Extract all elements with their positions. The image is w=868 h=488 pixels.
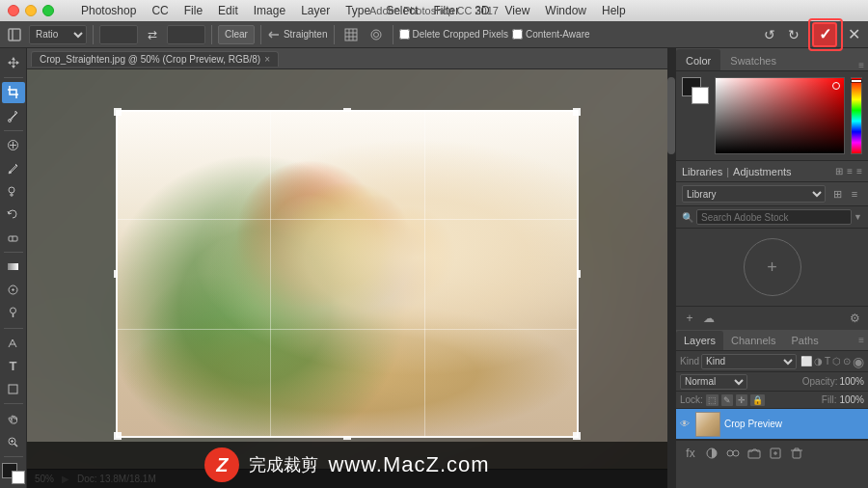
- library-settings-btn[interactable]: ⚙: [847, 311, 862, 326]
- library-select[interactable]: Library: [682, 185, 826, 203]
- library-list-view[interactable]: ≡: [847, 186, 862, 202]
- scrollbar-thumb[interactable]: [667, 77, 675, 154]
- lock-pixels-icon[interactable]: ✎: [721, 394, 733, 406]
- filter-text-icon[interactable]: T: [825, 356, 830, 366]
- menu-view[interactable]: View: [498, 2, 538, 19]
- library-search-input[interactable]: [696, 209, 852, 225]
- new-adjustment-button[interactable]: [724, 445, 742, 462]
- menu-photoshop[interactable]: Photoshop: [73, 2, 144, 19]
- menu-image[interactable]: Image: [246, 2, 293, 19]
- fg-bg-color-swatch[interactable]: [2, 463, 25, 484]
- tool-heal[interactable]: [2, 135, 25, 156]
- kind-select[interactable]: Kind: [701, 354, 797, 369]
- redo-icon[interactable]: ↻: [783, 24, 804, 45]
- tab-paths[interactable]: Paths: [784, 331, 827, 350]
- tool-blur[interactable]: [2, 280, 25, 301]
- crop-handle-br[interactable]: [573, 432, 581, 440]
- libraries-grid-icon[interactable]: ⊞: [835, 166, 843, 176]
- tool-zoom[interactable]: [2, 431, 25, 452]
- blend-mode-select[interactable]: Normal: [680, 374, 747, 390]
- tool-brush[interactable]: [2, 157, 25, 178]
- color-panel-expand[interactable]: ≡: [854, 60, 868, 70]
- commit-crop-button[interactable]: ✓: [812, 22, 837, 47]
- crop-handle-left[interactable]: [114, 270, 118, 278]
- canvas-area[interactable]: Crop_Straighten.jpg @ 50% (Crop Preview,…: [27, 48, 667, 488]
- color-gradient-picker[interactable]: [715, 77, 845, 154]
- maximize-button[interactable]: [42, 5, 54, 16]
- crop-handle-bottom[interactable]: [343, 436, 351, 440]
- content-aware-checkbox[interactable]: [512, 29, 523, 40]
- tool-shape[interactable]: [2, 378, 25, 399]
- add-fx-button[interactable]: fx: [682, 445, 699, 462]
- tool-eraser[interactable]: [2, 227, 25, 248]
- new-group-button[interactable]: [746, 445, 763, 462]
- menu-layer[interactable]: Layer: [293, 2, 338, 19]
- filter-toggle[interactable]: ◉: [853, 354, 864, 369]
- crop-handle-bl[interactable]: [114, 432, 122, 440]
- tab-channels[interactable]: Channels: [723, 331, 783, 350]
- width-input[interactable]: [99, 25, 138, 44]
- lock-position-icon[interactable]: ✛: [736, 394, 747, 406]
- tab-color[interactable]: Color: [676, 49, 720, 70]
- crop-handle-right[interactable]: [577, 270, 581, 278]
- undo-icon[interactable]: ↺: [759, 24, 780, 45]
- clear-button[interactable]: Clear: [218, 25, 255, 44]
- grid-settings-icon[interactable]: [366, 24, 387, 45]
- file-tab[interactable]: Crop_Straighten.jpg @ 50% (Crop Preview,…: [31, 51, 279, 67]
- tool-hand[interactable]: [2, 408, 25, 429]
- library-add-btn[interactable]: +: [682, 311, 697, 326]
- add-mask-button[interactable]: [703, 445, 720, 462]
- menu-edit[interactable]: Edit: [210, 2, 246, 19]
- height-input[interactable]: [167, 25, 205, 44]
- tool-move[interactable]: [2, 52, 25, 73]
- close-button[interactable]: [8, 5, 19, 16]
- libraries-list-icon[interactable]: ≡: [847, 166, 853, 176]
- layers-expand[interactable]: ≡: [854, 335, 868, 345]
- fill-value[interactable]: 100%: [839, 394, 864, 405]
- background-swatch[interactable]: [692, 87, 709, 104]
- tool-dodge[interactable]: [2, 303, 25, 324]
- tool-text[interactable]: T: [2, 356, 25, 377]
- filter-shape-icon[interactable]: ⬡: [832, 356, 841, 366]
- lock-transparent-icon[interactable]: ⬚: [706, 394, 719, 406]
- filter-pixel-icon[interactable]: ⬜: [800, 356, 812, 366]
- tab-swatches[interactable]: Swatches: [720, 49, 786, 70]
- tool-clone[interactable]: [2, 180, 25, 202]
- delete-cropped-checkbox[interactable]: [399, 29, 410, 40]
- opacity-value[interactable]: 100%: [839, 376, 864, 387]
- tool-gradient[interactable]: [2, 257, 25, 278]
- layer-visibility-icon[interactable]: 👁: [680, 419, 692, 429]
- library-cloud-btn[interactable]: ☁: [701, 311, 717, 326]
- crop-handle-top[interactable]: [343, 108, 351, 112]
- menu-cc[interactable]: CC: [144, 2, 176, 19]
- swap-icon[interactable]: ⇄: [142, 24, 163, 45]
- cancel-crop-button[interactable]: ✕: [843, 24, 864, 45]
- crop-handle-tl[interactable]: [114, 108, 122, 116]
- grid-overlay-icon[interactable]: [340, 24, 362, 45]
- menu-file[interactable]: File: [176, 2, 210, 19]
- minimize-button[interactable]: [25, 5, 37, 16]
- crop-box-container[interactable]: [116, 110, 579, 438]
- tool-eyedropper[interactable]: [2, 105, 25, 126]
- tool-history[interactable]: [2, 203, 25, 225]
- file-tab-close[interactable]: ×: [264, 54, 270, 65]
- search-dropdown-icon[interactable]: ▼: [854, 212, 862, 222]
- fg-bg-swatches[interactable]: [682, 77, 709, 104]
- menu-window[interactable]: Window: [537, 2, 594, 19]
- libraries-expand[interactable]: ≡: [856, 166, 862, 176]
- vertical-scrollbar[interactable]: [667, 48, 675, 488]
- filter-adjust-icon[interactable]: ◑: [814, 356, 823, 366]
- layer-row[interactable]: 👁 Crop Preview: [676, 409, 868, 440]
- filter-smart-icon[interactable]: ⊙: [843, 356, 851, 366]
- lock-all-icon[interactable]: 🔒: [750, 394, 765, 406]
- tool-crop[interactable]: [2, 82, 25, 103]
- delete-layer-button[interactable]: [788, 445, 805, 462]
- tool-path[interactable]: [2, 333, 25, 354]
- crop-handle-tr[interactable]: [573, 108, 581, 116]
- new-layer-button[interactable]: [767, 445, 784, 462]
- library-grid-view[interactable]: ⊞: [829, 186, 845, 202]
- menu-help[interactable]: Help: [594, 2, 634, 19]
- tab-layers[interactable]: Layers: [676, 331, 723, 350]
- hue-strip[interactable]: [851, 77, 862, 154]
- tool-preset-icon[interactable]: [4, 24, 25, 45]
